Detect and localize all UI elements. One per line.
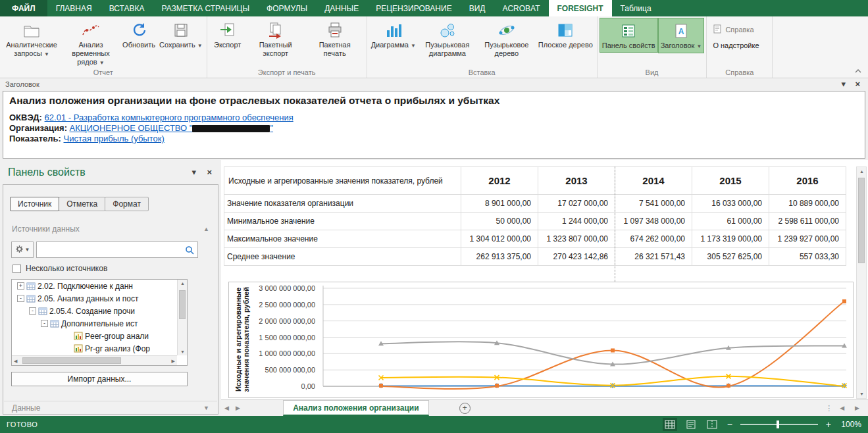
table-cell[interactable]: 1 173 319 000,00	[692, 230, 769, 248]
table-cell[interactable]: 50 000,00	[461, 213, 538, 230]
tree-horizontal-scrollbar[interactable]: ◀ ▶	[12, 355, 177, 365]
table-cell[interactable]: 674 262 000,00	[615, 230, 692, 248]
tree-item[interactable]: Peer-group анали	[12, 330, 187, 342]
batch-export-button[interactable]: Пакетный экспорт	[246, 18, 305, 60]
export-button[interactable]: Экспорт	[209, 18, 246, 51]
refresh-button[interactable]: Обновить	[120, 18, 157, 51]
tree-vertical-scrollbar[interactable]: ▲ ▼	[177, 280, 187, 355]
tab-view[interactable]: ВИД	[461, 0, 494, 16]
help-button[interactable]: Справка	[709, 23, 763, 36]
collapse-icon[interactable]: ▾	[841, 79, 846, 89]
indicator-link[interactable]: Чистая прибыль (убыток)	[64, 134, 165, 143]
tree-item[interactable]: - Дополнительные ист	[12, 317, 187, 330]
table-row-label[interactable]: Минимальное значение	[224, 213, 461, 230]
data-sources-section-header[interactable]: Источники данных ▲	[4, 222, 217, 236]
tree-expander-icon[interactable]: -	[29, 307, 36, 315]
table-row-label[interactable]: Значение показателя организации	[224, 195, 461, 213]
sheet-nav-right-icon[interactable]: ▶	[232, 405, 243, 411]
scroll-up-icon[interactable]: ▲	[180, 281, 185, 286]
bubble-tree-button[interactable]: Пузырьковое дерево	[477, 18, 536, 60]
tree-item[interactable]: - 2.05. Анализ данных и пост	[12, 292, 187, 305]
flat-tree-button[interactable]: Плоское дерево	[536, 18, 595, 51]
scrollbar-thumb[interactable]	[858, 178, 865, 263]
table-cell[interactable]: 262 913 375,00	[461, 248, 538, 266]
table-cell[interactable]: 16 033 000,00	[692, 195, 769, 213]
analytical-queries-button[interactable]: Аналитические запросы ▼	[2, 18, 61, 61]
hscroll-right-icon[interactable]: ▶	[852, 405, 863, 411]
table-cell[interactable]: 1 097 348 000,00	[615, 213, 692, 230]
scroll-down-icon[interactable]: ▼	[180, 349, 185, 354]
import-data-button[interactable]: Импорт данных...	[11, 372, 188, 386]
properties-panel-toggle-button[interactable]: Панель свойств	[600, 18, 658, 53]
zoom-in-button[interactable]: +	[825, 419, 832, 430]
okved-link[interactable]: 62.01 - Разработка компьютерного програм…	[45, 113, 294, 122]
header-toggle-button[interactable]: A Заголовок ▼	[658, 18, 705, 53]
table-row-label[interactable]: Максимальное значение	[224, 230, 461, 248]
zoom-slider[interactable]	[740, 424, 818, 425]
table-cell[interactable]: 305 527 625,00	[692, 248, 769, 266]
tab-review[interactable]: РЕЦЕНЗИРОВАНИЕ	[367, 0, 460, 16]
sheet-nav-left-icon[interactable]: ◀	[221, 405, 232, 411]
close-icon[interactable]: ×	[855, 79, 860, 89]
table-cell[interactable]: 10 889 000,00	[769, 195, 846, 213]
table-cell[interactable]: 17 027 000,00	[538, 195, 615, 213]
checkbox[interactable]	[13, 265, 21, 273]
time-series-analysis-button[interactable]: Анализ временных рядов ▼	[61, 18, 120, 69]
table-year-header[interactable]: 2016	[769, 167, 846, 195]
tab-acrobat[interactable]: ACROBAT	[494, 0, 548, 16]
table-cell[interactable]: 26 321 571,43	[615, 248, 692, 266]
table-year-header[interactable]: 2014	[615, 167, 692, 195]
table-year-header[interactable]: 2015	[692, 167, 769, 195]
search-input[interactable]	[39, 243, 183, 256]
page-break-view-button[interactable]	[705, 418, 719, 431]
ribbon-collapse-button[interactable]	[855, 66, 861, 75]
tab-format[interactable]: Формат	[105, 197, 149, 211]
tab-home[interactable]: ГЛАВНАЯ	[47, 0, 101, 16]
table-corner-header[interactable]: Исходные и агрегированные значения показ…	[224, 167, 461, 195]
table-cell[interactable]: 1 239 927 000,00	[769, 230, 846, 248]
table-cell[interactable]: 61 000,00	[692, 213, 769, 230]
batch-print-button[interactable]: Пакетная печать	[305, 18, 365, 60]
zoom-slider-thumb[interactable]	[777, 420, 779, 428]
tab-source[interactable]: Источник	[10, 197, 59, 211]
collapse-icon[interactable]: ▾	[191, 167, 196, 177]
table-cell[interactable]: 1 323 807 000,00	[538, 230, 615, 248]
tree-item[interactable]: - 2.05.4. Создание прочи	[12, 305, 187, 317]
scrollbar-thumb[interactable]	[179, 290, 186, 319]
scroll-down-icon[interactable]: ▼	[859, 392, 864, 396]
about-addin-button[interactable]: О надстройке	[709, 40, 763, 51]
bubble-chart-button[interactable]: Пузырьковая диаграмма	[418, 18, 477, 60]
settings-dropdown-button[interactable]: ▼	[11, 242, 34, 258]
table-year-header[interactable]: 2012	[461, 167, 538, 195]
tree-expander-icon[interactable]: -	[41, 320, 48, 327]
tab-page-layout[interactable]: РАЗМЕТКА СТРАНИЦЫ	[153, 0, 259, 16]
save-button[interactable]: Сохранить ▼	[157, 18, 205, 52]
close-icon[interactable]: ×	[207, 167, 212, 177]
add-sheet-button[interactable]: +	[459, 403, 471, 414]
tab-formulas[interactable]: ФОРМУЛЫ	[258, 0, 316, 16]
table-cell[interactable]: 270 423 142,86	[538, 248, 615, 266]
page-layout-view-button[interactable]	[684, 418, 698, 431]
normal-view-button[interactable]	[663, 418, 677, 431]
data-section-header[interactable]: Данные ▼	[4, 401, 217, 415]
table-cell[interactable]: 1 244 000,00	[538, 213, 615, 230]
tree-expander-icon[interactable]: -	[17, 295, 24, 302]
tab-foresight[interactable]: FORESIGHT	[549, 0, 612, 16]
chart-button[interactable]: Диаграмма ▼	[369, 18, 418, 52]
organization-link[interactable]: АКЦИОНЕРНОЕ ОБЩЕСТВО ""	[70, 123, 273, 133]
table-cell[interactable]: 557 033,30	[769, 248, 846, 266]
tab-mark[interactable]: Отметка	[59, 197, 105, 211]
tree-item[interactable]: + 2.02. Подключение к данн	[12, 280, 187, 292]
tab-table-tools[interactable]: Таблица	[612, 0, 660, 16]
hscroll-left-icon[interactable]: ◀	[836, 405, 848, 411]
scroll-left-icon[interactable]: ◀	[14, 359, 17, 364]
tree-expander-icon[interactable]: +	[17, 282, 24, 290]
scroll-right-icon[interactable]: ▶	[172, 359, 175, 364]
tree-item[interactable]: Pr-gr анализ (Фор	[12, 342, 187, 355]
table-cell[interactable]: 8 901 000,00	[461, 195, 538, 213]
table-row-label[interactable]: Среднее значение	[224, 248, 461, 266]
table-cell[interactable]: 1 304 012 000,00	[461, 230, 538, 248]
zoom-out-button[interactable]: −	[726, 419, 734, 430]
tab-insert[interactable]: ВСТАВКА	[101, 0, 153, 16]
sheet-vertical-scrollbar[interactable]: ▲ ▼	[856, 166, 867, 399]
